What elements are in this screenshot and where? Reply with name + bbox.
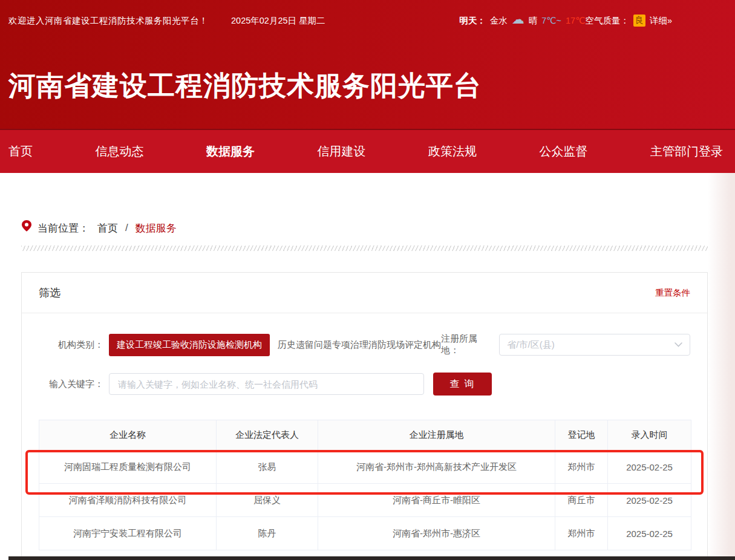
nav-item-policy[interactable]: 政策法规 [427, 141, 478, 162]
nav-item-home[interactable]: 首页 [7, 141, 34, 162]
region-label: 注册所属地： [441, 333, 492, 356]
main-nav: 首页 信息动态 数据服务 信用建设 政策法规 公众监督 主管部门登录 [0, 129, 735, 173]
keyword-input[interactable] [109, 373, 424, 395]
nav-item-admin-login[interactable]: 主管部门登录 [649, 141, 724, 162]
site-header: 欢迎进入河南省建设工程消防技术服务阳光平台！ 2025年02月25日 星期二 明… [0, 0, 735, 129]
weather-widget: 明天： 金水 ☁ 晴 7℃~ 17℃ 空气质量： 良 详细» [459, 15, 672, 27]
nav-item-news[interactable]: 信息动态 [94, 141, 145, 162]
aqi-label: 空气质量： [585, 15, 629, 27]
region-select-placeholder: 省/市/区(县) [507, 339, 554, 351]
cell-company: 河南宇宁安装工程有限公司 [39, 517, 217, 550]
cell-company: 河南固瑞工程质量检测有限公司 [39, 451, 217, 484]
hatched-divider [21, 246, 708, 251]
breadcrumb: 当前位置： 首页 / 数据服务 [21, 220, 735, 236]
table-row[interactable]: 河南固瑞工程质量检测有限公司 张易 河南省-郑州市-郑州高新技术产业开发区 郑州… [39, 451, 691, 484]
cell-region: 河南省-郑州市-惠济区 [318, 517, 555, 550]
filter-panel: 筛选 重置条件 机构类别： 建设工程竣工验收消防设施检测机构 历史遗留问题专项治… [21, 272, 708, 560]
category-label: 机构类别： [39, 339, 103, 351]
date-text: 2025年02月25日 星期二 [231, 15, 325, 27]
category-option-other[interactable]: 历史遗留问题专项治理消防现场评定机构 [278, 339, 441, 351]
weather-tomorrow-label: 明天： [459, 15, 486, 27]
results-table: 企业名称 企业法定代表人 企业注册属地 登记地 录入时间 河南固瑞工程质量检测有… [39, 420, 691, 550]
location-pin-icon [21, 220, 31, 236]
chevron-down-icon [675, 342, 682, 347]
filter-title: 筛选 [39, 285, 60, 300]
page-title: 河南省建设工程消防技术服务阳光平台 [8, 68, 735, 104]
table-row[interactable]: 河南宇宁安装工程有限公司 陈丹 河南省-郑州市-惠济区 郑州市 2025-02-… [39, 517, 691, 550]
aqi-badge: 良 [633, 15, 645, 27]
col-legal-rep: 企业法定代表人 [217, 420, 318, 451]
region-filter-group: 注册所属地： 省/市/区(县) [441, 333, 690, 356]
bottom-dark-bar [8, 556, 735, 560]
welcome-text: 欢迎进入河南省建设工程消防技术服务阳光平台！ [8, 15, 208, 27]
cell-reg-city: 郑州市 [555, 451, 608, 484]
table-row[interactable]: 河南省泽顺消防科技有限公司 屈保义 河南省-商丘市-睢阳区 商丘市 2025-0… [39, 484, 691, 517]
nav-item-credit[interactable]: 信用建设 [316, 141, 367, 162]
cell-legal-rep: 张易 [217, 451, 318, 484]
cloud-icon: ☁ [512, 15, 524, 24]
keyword-filter-row: 输入关键字： 查 询 [39, 373, 690, 396]
nav-item-data-service[interactable]: 数据服务 [205, 141, 256, 162]
table-header-row: 企业名称 企业法定代表人 企业注册属地 登记地 录入时间 [39, 420, 691, 451]
temp-high: 17℃ [566, 16, 585, 25]
cell-entry-date: 2025-02-25 [608, 517, 691, 550]
category-option-selected[interactable]: 建设工程竣工验收消防设施检测机构 [109, 334, 270, 356]
reset-filters-link[interactable]: 重置条件 [655, 287, 690, 299]
region-select[interactable]: 省/市/区(县) [499, 334, 690, 356]
weather-detail-link[interactable]: 详细» [650, 15, 672, 27]
breadcrumb-home[interactable]: 首页 [97, 221, 118, 235]
cell-entry-date: 2025-02-25 [608, 484, 691, 517]
cell-region: 河南省-郑州市-郑州高新技术产业开发区 [318, 451, 555, 484]
keyword-label: 输入关键字： [39, 379, 103, 390]
col-region: 企业注册属地 [318, 420, 555, 451]
cell-company: 河南省泽顺消防科技有限公司 [39, 484, 217, 517]
cell-legal-rep: 陈丹 [217, 517, 318, 550]
breadcrumb-label: 当前位置： [38, 221, 89, 235]
breadcrumb-current[interactable]: 数据服务 [136, 221, 177, 235]
breadcrumb-separator: / [125, 222, 128, 234]
search-button[interactable]: 查 询 [433, 373, 492, 396]
cell-entry-date: 2025-02-25 [608, 451, 691, 484]
cell-reg-city: 商丘市 [555, 484, 608, 517]
cell-region: 河南省-商丘市-睢阳区 [318, 484, 555, 517]
weather-condition: 晴 [529, 15, 538, 27]
nav-item-supervision[interactable]: 公众监督 [538, 141, 589, 162]
topbar: 欢迎进入河南省建设工程消防技术服务阳光平台！ 2025年02月25日 星期二 明… [0, 0, 735, 27]
weather-district: 金水 [490, 15, 508, 27]
filter-panel-header: 筛选 重置条件 [22, 273, 707, 313]
temp-low: 7℃~ [541, 16, 561, 25]
cell-legal-rep: 屈保义 [217, 484, 318, 517]
category-filter-row: 机构类别： 建设工程竣工验收消防设施检测机构 历史遗留问题专项治理消防现场评定机… [39, 333, 690, 356]
cell-reg-city: 郑州市 [555, 517, 608, 550]
col-reg-city: 登记地 [555, 420, 608, 451]
col-company: 企业名称 [39, 420, 217, 451]
col-entry-date: 录入时间 [608, 420, 691, 451]
